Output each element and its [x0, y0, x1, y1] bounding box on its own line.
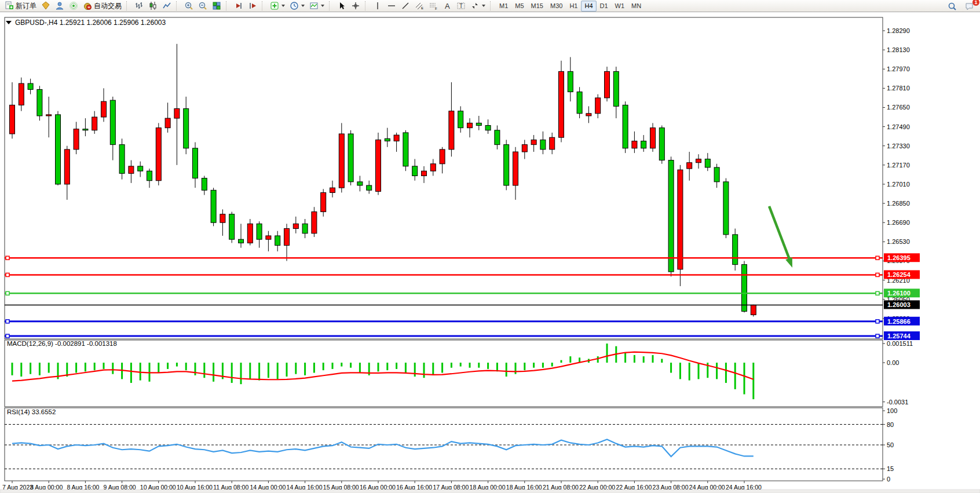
fibonacci-button[interactable]: F [426, 0, 440, 12]
search-button[interactable] [945, 1, 959, 12]
hline-right-handle[interactable] [876, 334, 879, 338]
timeframe-button-m15[interactable]: M15 [528, 1, 547, 12]
hline-right-handle[interactable] [876, 273, 879, 276]
candle-bear [705, 159, 710, 167]
chevron-down-icon [301, 5, 305, 7]
zoom-in-icon [184, 1, 193, 10]
candle-bear [577, 92, 582, 114]
candlestick-chart-button[interactable] [146, 0, 160, 12]
candle-bull [92, 117, 97, 130]
signals-button[interactable] [67, 0, 81, 12]
rsi-axis-label: 50 [887, 441, 894, 448]
candle-bear [742, 265, 747, 312]
timeframe-button-mn[interactable]: MN [628, 1, 645, 12]
hline-right-handle[interactable] [876, 320, 879, 323]
chart-shift-button[interactable] [246, 0, 259, 12]
candle-bull [467, 123, 473, 127]
timeframe-button-m30[interactable]: M30 [547, 1, 566, 12]
equidistant-channel-button[interactable]: E [412, 0, 426, 12]
candle-bull [440, 149, 445, 164]
new-order-icon [5, 1, 14, 10]
auto-scroll-icon [234, 1, 243, 10]
candle-bull [74, 129, 79, 149]
auto-trading-button[interactable]: 自动交易 [81, 0, 124, 12]
arrows-button[interactable] [468, 0, 488, 12]
price-tick-label: 1.27650 [887, 104, 910, 111]
notification-count-badge: 1 [972, 0, 979, 6]
candle-bear [239, 239, 244, 243]
candle-bear [623, 105, 628, 148]
candle-bear [202, 178, 207, 191]
candle-bull [46, 115, 52, 116]
timeframe-button-m5[interactable]: M5 [511, 1, 527, 12]
candle-bear [28, 83, 33, 89]
candle-bear [613, 71, 619, 106]
candle-bear [119, 145, 125, 174]
vertical-line-button[interactable] [371, 0, 385, 12]
chart-style-button[interactable] [39, 0, 53, 12]
time-axis: 7 Aug 20238 Aug 00:008 Aug 16:009 Aug 08… [2, 481, 762, 491]
hline-right-handle[interactable] [876, 291, 879, 295]
hline-left-handle[interactable] [6, 320, 9, 323]
price-tick-label: 1.27490 [887, 123, 910, 130]
hline-icon [387, 1, 396, 10]
candle-bull [632, 141, 637, 148]
auto-trading-label: 自动交易 [94, 1, 122, 11]
periods-icon [290, 1, 299, 10]
candle-bull [650, 128, 656, 148]
indicators-button[interactable] [268, 0, 287, 12]
timeframe-button-d1[interactable]: D1 [597, 1, 612, 12]
timeframe-button-w1[interactable]: W1 [612, 1, 628, 12]
hline-left-handle[interactable] [6, 256, 9, 260]
candle-bear [659, 128, 664, 160]
horizontal-line-button[interactable] [385, 0, 398, 12]
line-chart-icon [162, 1, 171, 10]
profile-button[interactable] [53, 0, 67, 12]
crosshair-button[interactable] [349, 0, 363, 12]
channel-icon: E [415, 1, 424, 10]
price-tick-label: 1.26530 [887, 238, 910, 245]
timeframe-button-h1[interactable]: H1 [566, 1, 581, 12]
candle-bear [495, 130, 500, 145]
new-order-button[interactable]: 新订单 [2, 0, 39, 12]
timeframe-button-m1[interactable]: M1 [496, 1, 511, 12]
periods-button[interactable] [287, 0, 307, 12]
bar-chart-button[interactable] [132, 0, 146, 12]
text-button[interactable]: A [440, 0, 454, 12]
mt4-application-window: { "toolbar": { "buttons": [ {"name":"new… [0, 0, 980, 493]
line-chart-button[interactable] [160, 0, 174, 12]
candle-bull [165, 118, 170, 128]
candle-bear [733, 235, 738, 265]
notifications-chat-button[interactable]: 1 [963, 1, 977, 12]
templates-button[interactable] [307, 0, 327, 12]
hline-price-badge-label: 1.25866 [887, 318, 910, 325]
svg-text:A: A [445, 2, 450, 10]
macd-axis-label: 0.00 [887, 359, 899, 366]
candle-bear [348, 134, 353, 182]
main-price-pane [5, 17, 883, 339]
auto-scroll-button[interactable] [232, 0, 246, 12]
timeframe-button-h4[interactable]: H4 [581, 1, 596, 12]
text-icon: A [443, 1, 452, 10]
cursor-button[interactable] [335, 0, 349, 12]
zoom-out-button[interactable] [196, 0, 210, 12]
candle-bull [10, 105, 15, 134]
candle-bear [83, 129, 88, 130]
hline-left-handle[interactable] [6, 291, 9, 295]
price-tick-label: 1.27810 [887, 85, 910, 92]
hline-right-handle[interactable] [876, 256, 879, 260]
rsi-label: RSI(14) 33.6552 [7, 408, 56, 415]
text-label-button[interactable]: T [454, 0, 468, 12]
hline-left-handle[interactable] [6, 334, 9, 338]
rsi-axis-label: 80 [887, 421, 894, 428]
macd-pane [5, 340, 883, 407]
trendline-icon [401, 1, 410, 10]
candle-bear [275, 236, 280, 246]
zoom-in-button[interactable] [182, 0, 196, 12]
trendline-button[interactable] [398, 0, 412, 12]
tile-windows-button[interactable] [210, 0, 224, 12]
hline-left-handle[interactable] [6, 273, 9, 276]
chart-title: GBPUSD-,H4 1.25921 1.26006 1.25906 1.260… [6, 19, 166, 27]
candle-bear [485, 126, 491, 130]
symbol-ohlc-title: GBPUSD-,H4 1.25921 1.26006 1.25906 1.260… [15, 19, 166, 27]
